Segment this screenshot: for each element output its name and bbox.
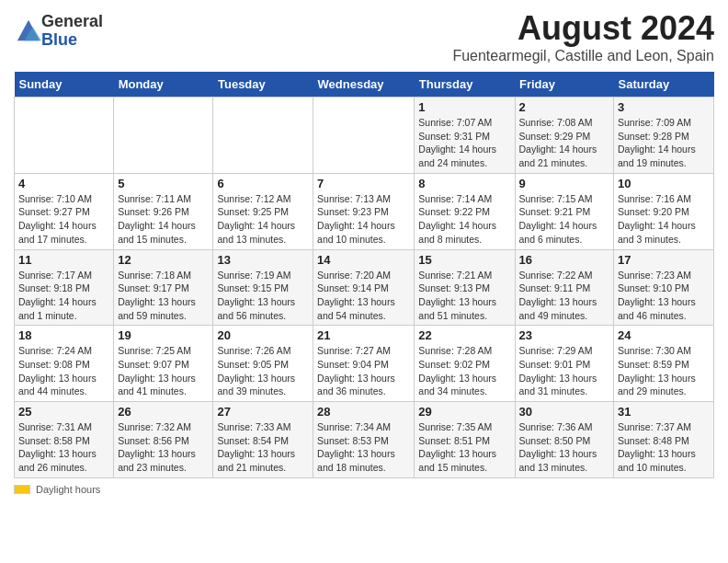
day-info: Sunrise: 7:31 AM Sunset: 8:58 PM Dayligh… xyxy=(18,420,109,475)
day-number: 25 xyxy=(18,405,109,419)
day-number: 5 xyxy=(118,177,209,190)
calendar-cell xyxy=(313,98,415,174)
day-info: Sunrise: 7:33 AM Sunset: 8:54 PM Dayligh… xyxy=(217,420,309,475)
calendar-cell: 12Sunrise: 7:18 AM Sunset: 9:17 PM Dayli… xyxy=(114,249,213,326)
daylight-bar-icon xyxy=(14,485,30,494)
day-info: Sunrise: 7:07 AM Sunset: 9:31 PM Dayligh… xyxy=(418,116,510,170)
calendar-header: SundayMondayTuesdayWednesdayThursdayFrid… xyxy=(15,72,714,98)
footer-note: Daylight hours xyxy=(14,484,714,495)
calendar-cell: 25Sunrise: 7:31 AM Sunset: 8:58 PM Dayli… xyxy=(15,402,114,478)
day-number: 1 xyxy=(418,100,510,114)
day-info: Sunrise: 7:25 AM Sunset: 9:07 PM Dayligh… xyxy=(118,344,209,398)
calendar-table: SundayMondayTuesdayWednesdayThursdayFrid… xyxy=(14,72,714,478)
day-number: 22 xyxy=(418,328,510,342)
calendar-cell: 16Sunrise: 7:22 AM Sunset: 9:11 PM Dayli… xyxy=(515,249,614,326)
title-area: August 2024 Fuentearmegil, Castille and … xyxy=(452,9,714,64)
day-number: 28 xyxy=(317,405,410,419)
day-number: 26 xyxy=(118,405,209,419)
calendar-cell: 1Sunrise: 7:07 AM Sunset: 9:31 PM Daylig… xyxy=(415,98,515,174)
day-info: Sunrise: 7:18 AM Sunset: 9:17 PM Dayligh… xyxy=(118,269,209,323)
main-title: August 2024 xyxy=(452,9,714,48)
day-number: 6 xyxy=(217,177,309,190)
day-info: Sunrise: 7:08 AM Sunset: 9:29 PM Dayligh… xyxy=(519,116,610,170)
calendar-cell: 28Sunrise: 7:34 AM Sunset: 8:53 PM Dayli… xyxy=(313,402,415,478)
day-info: Sunrise: 7:24 AM Sunset: 9:08 PM Dayligh… xyxy=(18,344,109,398)
header: General Blue August 2024 Fuentearmegil, … xyxy=(14,9,714,64)
calendar-cell: 5Sunrise: 7:11 AM Sunset: 9:26 PM Daylig… xyxy=(114,173,213,249)
calendar-cell: 21Sunrise: 7:27 AM Sunset: 9:04 PM Dayli… xyxy=(313,326,415,402)
calendar-cell: 10Sunrise: 7:16 AM Sunset: 9:20 PM Dayli… xyxy=(614,173,714,249)
calendar-cell: 14Sunrise: 7:20 AM Sunset: 9:14 PM Dayli… xyxy=(313,249,415,326)
calendar-cell: 17Sunrise: 7:23 AM Sunset: 9:10 PM Dayli… xyxy=(614,249,714,326)
calendar-header-sunday: Sunday xyxy=(15,72,114,98)
day-info: Sunrise: 7:10 AM Sunset: 9:27 PM Dayligh… xyxy=(18,192,109,247)
day-number: 15 xyxy=(418,253,510,267)
logo-blue-text: Blue xyxy=(41,30,77,49)
day-info: Sunrise: 7:11 AM Sunset: 9:26 PM Dayligh… xyxy=(118,192,209,247)
day-info: Sunrise: 7:16 AM Sunset: 9:20 PM Dayligh… xyxy=(618,192,710,247)
day-number: 17 xyxy=(618,253,710,267)
calendar-cell xyxy=(15,98,114,174)
calendar-header-saturday: Saturday xyxy=(614,72,714,98)
logo-general-text: General xyxy=(41,12,103,30)
calendar-cell: 9Sunrise: 7:15 AM Sunset: 9:21 PM Daylig… xyxy=(515,173,614,249)
logo-icon xyxy=(16,17,41,42)
daylight-label: Daylight hours xyxy=(36,484,100,495)
calendar-cell: 11Sunrise: 7:17 AM Sunset: 9:18 PM Dayli… xyxy=(15,249,114,326)
calendar-cell: 19Sunrise: 7:25 AM Sunset: 9:07 PM Dayli… xyxy=(114,326,213,402)
day-info: Sunrise: 7:13 AM Sunset: 9:23 PM Dayligh… xyxy=(317,192,410,247)
calendar-cell: 6Sunrise: 7:12 AM Sunset: 9:25 PM Daylig… xyxy=(213,173,313,249)
day-number: 18 xyxy=(18,328,109,342)
calendar-cell: 31Sunrise: 7:37 AM Sunset: 8:48 PM Dayli… xyxy=(614,402,714,478)
day-info: Sunrise: 7:34 AM Sunset: 8:53 PM Dayligh… xyxy=(317,420,410,475)
day-number: 30 xyxy=(519,405,610,419)
day-info: Sunrise: 7:17 AM Sunset: 9:18 PM Dayligh… xyxy=(18,269,109,323)
day-number: 16 xyxy=(519,253,610,267)
day-info: Sunrise: 7:14 AM Sunset: 9:22 PM Dayligh… xyxy=(418,192,510,247)
day-number: 19 xyxy=(118,328,209,342)
day-number: 14 xyxy=(317,253,410,267)
calendar-cell: 24Sunrise: 7:30 AM Sunset: 8:59 PM Dayli… xyxy=(614,326,714,402)
calendar-cell: 3Sunrise: 7:09 AM Sunset: 9:28 PM Daylig… xyxy=(614,98,714,174)
day-info: Sunrise: 7:20 AM Sunset: 9:14 PM Dayligh… xyxy=(317,269,410,323)
day-info: Sunrise: 7:22 AM Sunset: 9:11 PM Dayligh… xyxy=(519,269,610,323)
calendar-header-wednesday: Wednesday xyxy=(313,72,415,98)
day-number: 2 xyxy=(519,100,610,114)
day-number: 21 xyxy=(317,328,410,342)
day-number: 27 xyxy=(217,405,309,419)
day-number: 9 xyxy=(519,177,610,190)
calendar-cell: 30Sunrise: 7:36 AM Sunset: 8:50 PM Dayli… xyxy=(515,402,614,478)
day-number: 13 xyxy=(217,253,309,267)
day-info: Sunrise: 7:12 AM Sunset: 9:25 PM Dayligh… xyxy=(217,192,309,247)
day-number: 29 xyxy=(418,405,510,419)
day-info: Sunrise: 7:09 AM Sunset: 9:28 PM Dayligh… xyxy=(618,116,710,170)
calendar-header-tuesday: Tuesday xyxy=(213,72,313,98)
calendar-header-friday: Friday xyxy=(515,72,614,98)
calendar-cell: 2Sunrise: 7:08 AM Sunset: 9:29 PM Daylig… xyxy=(515,98,614,174)
calendar-cell: 8Sunrise: 7:14 AM Sunset: 9:22 PM Daylig… xyxy=(415,173,515,249)
day-number: 10 xyxy=(618,177,710,190)
calendar-cell: 20Sunrise: 7:26 AM Sunset: 9:05 PM Dayli… xyxy=(213,326,313,402)
calendar-cell: 22Sunrise: 7:28 AM Sunset: 9:02 PM Dayli… xyxy=(415,326,515,402)
day-number: 20 xyxy=(217,328,309,342)
calendar-cell: 27Sunrise: 7:33 AM Sunset: 8:54 PM Dayli… xyxy=(213,402,313,478)
day-number: 4 xyxy=(18,177,109,190)
day-number: 31 xyxy=(618,405,710,419)
day-info: Sunrise: 7:37 AM Sunset: 8:48 PM Dayligh… xyxy=(618,420,710,475)
day-info: Sunrise: 7:27 AM Sunset: 9:04 PM Dayligh… xyxy=(317,344,410,398)
day-number: 7 xyxy=(317,177,410,190)
day-info: Sunrise: 7:36 AM Sunset: 8:50 PM Dayligh… xyxy=(519,420,610,475)
calendar-cell xyxy=(213,98,313,174)
calendar-cell: 15Sunrise: 7:21 AM Sunset: 9:13 PM Dayli… xyxy=(415,249,515,326)
day-info: Sunrise: 7:32 AM Sunset: 8:56 PM Dayligh… xyxy=(118,420,209,475)
day-number: 11 xyxy=(18,253,109,267)
subtitle: Fuentearmegil, Castille and Leon, Spain xyxy=(452,48,714,64)
calendar-header-monday: Monday xyxy=(114,72,213,98)
day-number: 12 xyxy=(118,253,209,267)
day-info: Sunrise: 7:29 AM Sunset: 9:01 PM Dayligh… xyxy=(519,344,610,398)
calendar-cell: 18Sunrise: 7:24 AM Sunset: 9:08 PM Dayli… xyxy=(15,326,114,402)
day-info: Sunrise: 7:21 AM Sunset: 9:13 PM Dayligh… xyxy=(418,269,510,323)
day-info: Sunrise: 7:19 AM Sunset: 9:15 PM Dayligh… xyxy=(217,269,309,323)
day-info: Sunrise: 7:28 AM Sunset: 9:02 PM Dayligh… xyxy=(418,344,510,398)
day-info: Sunrise: 7:15 AM Sunset: 9:21 PM Dayligh… xyxy=(519,192,610,247)
